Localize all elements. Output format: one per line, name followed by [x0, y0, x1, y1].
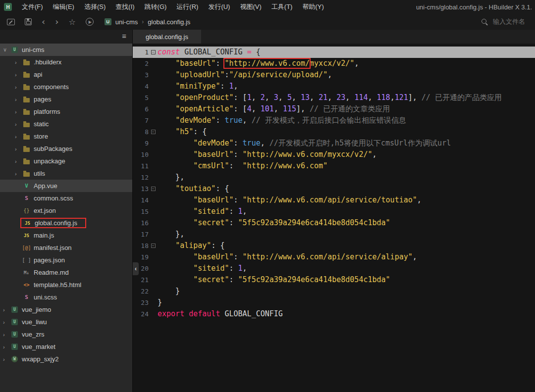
tree-item-global-config-js[interactable]: JSglobal.config.js [0, 217, 132, 229]
tree-item-manifest-json[interactable]: [@]manifest.json [0, 242, 132, 254]
tree-item-utils[interactable]: ›utils [0, 167, 132, 180]
file-search[interactable]: 输入文件名 [481, 17, 525, 26]
code-line[interactable]: 24export default GLOBAL_CONFIG [133, 308, 535, 320]
code-line[interactable]: 22 } [133, 286, 535, 297]
tree-item-common-scss[interactable]: Scommon.scss [0, 192, 132, 204]
code-line[interactable]: 16 "secret": "5f5c92a39a294e6ca414be8d05… [133, 217, 535, 229]
code-line[interactable]: 21 "secret": "5f5c92a39a294e6ca414be8d05… [133, 274, 535, 286]
code-line[interactable]: 19 "baseUrl": "http://www.v6.com/api/ser… [133, 251, 535, 263]
code-line[interactable]: 6 "openArticle": [4, 101, 115], // 已开通的文… [133, 103, 535, 115]
chevron-right-icon[interactable]: › [15, 158, 23, 164]
code-line[interactable]: 3 "uploadUrl":"/api/service/upload/", [133, 69, 535, 81]
menu-item-edit[interactable]: 编辑(E) [48, 0, 79, 14]
tree-item-components[interactable]: ›components [0, 81, 132, 93]
chevron-right-icon[interactable]: › [15, 72, 23, 78]
open-file-icon[interactable] [7, 19, 15, 25]
chevron-right-icon[interactable]: › [15, 121, 23, 127]
code-line[interactable]: 20 "siteid": 1, [133, 263, 535, 274]
code-line[interactable]: 23} [133, 297, 535, 308]
tree-item-label: uni-cms [22, 46, 45, 53]
tree-item-ext-json[interactable]: {}ext.json [0, 204, 132, 217]
tree-item-wxapp-sxjy2[interactable]: ›Wwxapp_sxjy2 [0, 353, 132, 365]
tree-item-main-js[interactable]: JSmain.js [0, 229, 132, 242]
code-line[interactable]: 12 }, [133, 172, 535, 183]
menu-item-publish[interactable]: 发行(U) [203, 0, 235, 14]
tree-item-store[interactable]: ›store [0, 130, 132, 143]
code-line[interactable]: 17 }, [133, 229, 535, 240]
code-line[interactable]: 15 "siteid": 1, [133, 206, 535, 217]
code-line[interactable]: 5 "openProduct": [1, 2, 3, 5, 13, 21, 23… [133, 92, 535, 103]
menu-item-view[interactable]: 视图(V) [235, 0, 266, 14]
chevron-right-icon[interactable]: › [3, 307, 11, 313]
chevron-right-icon[interactable]: › [3, 332, 11, 338]
breadcrumb-project[interactable]: uni-cms [115, 18, 138, 26]
menu-item-goto[interactable]: 跳转(G) [140, 0, 172, 14]
tab-global-config-js[interactable]: global.config.js [133, 30, 201, 44]
sidebar-collapse-handle[interactable]: ‹ [133, 262, 139, 275]
line-number: 12 [133, 172, 149, 183]
save-icon[interactable] [25, 18, 32, 25]
tree-item-pages-json[interactable]: [ ]pages.json [0, 254, 132, 266]
chevron-right-icon[interactable]: › [15, 146, 23, 152]
code-line[interactable]: 2 "baseUrl": "http://www.v6.com/myxcx/v2… [133, 58, 535, 69]
favorite-icon[interactable]: ☆ [68, 17, 75, 27]
code-line[interactable]: 11 "cmsUrl": "http://www.v6.com" [133, 160, 535, 172]
tree-item-vue-liwu[interactable]: ›Uvue_liwu [0, 316, 132, 328]
chevron-right-icon[interactable]: › [15, 171, 23, 177]
uniapp-project-icon: U [11, 343, 18, 350]
chevron-right-icon[interactable]: › [15, 134, 23, 140]
chevron-right-icon[interactable]: › [15, 59, 23, 65]
fold-marker-icon[interactable]: − [149, 183, 158, 195]
tree-item-platforms[interactable]: ›platforms [0, 105, 132, 118]
menu-item-help[interactable]: 帮助(Y) [297, 0, 328, 14]
code-line[interactable]: 8− "h5": { [133, 126, 535, 138]
run-icon[interactable]: ▶ [86, 18, 94, 26]
tree-item-vue-zrs[interactable]: ›Uvue_zrs [0, 328, 132, 341]
code-line[interactable]: 7 "devMode": true, // 开发模式，开启后接口会输出相应错误信… [133, 115, 535, 126]
fold-marker-icon[interactable]: − [149, 240, 158, 251]
chevron-down-icon[interactable]: ∨ [3, 47, 11, 53]
forward-icon[interactable]: › [55, 17, 58, 26]
line-number: 11 [133, 160, 149, 172]
tree-item-label: subPackages [34, 145, 72, 152]
chevron-right-icon[interactable]: › [3, 344, 11, 350]
menu-item-select[interactable]: 选择(S) [79, 0, 110, 14]
tree-item-uni-cms[interactable]: ∨Uuni-cms [0, 44, 132, 56]
breadcrumb-file[interactable]: global.config.js [148, 18, 190, 26]
chevron-right-icon[interactable]: › [15, 97, 23, 102]
code-line[interactable]: 13− "toutiao": { [133, 183, 535, 195]
chevron-right-icon[interactable]: › [3, 319, 11, 325]
tree-item-subpackages[interactable]: ›subPackages [0, 143, 132, 155]
tree-item-pages[interactable]: ›pages [0, 93, 132, 105]
fold-marker-icon[interactable]: − [149, 126, 158, 138]
chevron-right-icon[interactable]: › [3, 356, 11, 362]
code-line[interactable]: 18− "alipay": { [133, 240, 535, 251]
menu-item-tools[interactable]: 工具(T) [267, 0, 298, 14]
code-text: const GLOBAL_CONFIG = { [158, 47, 261, 58]
tree-item-unpackage[interactable]: ›unpackage [0, 155, 132, 167]
tree-item-uni-scss[interactable]: Suni.scss [0, 291, 132, 303]
tree-item-app-vue[interactable]: VApp.vue [0, 180, 132, 192]
chevron-right-icon[interactable]: › [15, 109, 23, 115]
tree-item-label: pages [34, 96, 51, 103]
code-line[interactable]: 4 "miniType": 1, [133, 81, 535, 92]
back-icon[interactable]: ‹ [42, 17, 45, 26]
tree-item--hbuilderx[interactable]: ›.hbuilderx [0, 56, 132, 68]
menu-item-run[interactable]: 运行(R) [171, 0, 203, 14]
tree-item-template-h5-html[interactable]: <>template.h5.html [0, 279, 132, 291]
tree-item-readme-md[interactable]: M↓Readme.md [0, 266, 132, 279]
code-editor[interactable]: 1−const GLOBAL_CONFIG = {2 "baseUrl": "h… [133, 44, 535, 392]
tree-item-vue-market[interactable]: ›Uvue_market [0, 341, 132, 353]
tree-item-api[interactable]: ›api [0, 68, 132, 81]
code-line[interactable]: 14 "baseUrl": "http://www.v6.com/api/ser… [133, 195, 535, 206]
code-line[interactable]: 10 "baseUrl": "http://www.v6.com/myxcx/v… [133, 149, 535, 160]
chevron-right-icon[interactable]: › [15, 84, 23, 90]
hamburger-menu-icon[interactable]: ≡ [122, 32, 126, 40]
menu-item-find[interactable]: 查找(I) [110, 0, 139, 14]
tree-item-static[interactable]: ›static [0, 118, 132, 130]
code-line[interactable]: 9 "devMode": true, //开发模式开启时,h5将使用以下cmsU… [133, 138, 535, 149]
fold-marker-icon[interactable]: − [149, 47, 158, 58]
tree-item-vue-jiemo[interactable]: ›Uvue_jiemo [0, 303, 132, 316]
code-line-current[interactable]: 1−const GLOBAL_CONFIG = { [133, 47, 535, 58]
menu-item-file[interactable]: 文件(F) [17, 0, 48, 14]
